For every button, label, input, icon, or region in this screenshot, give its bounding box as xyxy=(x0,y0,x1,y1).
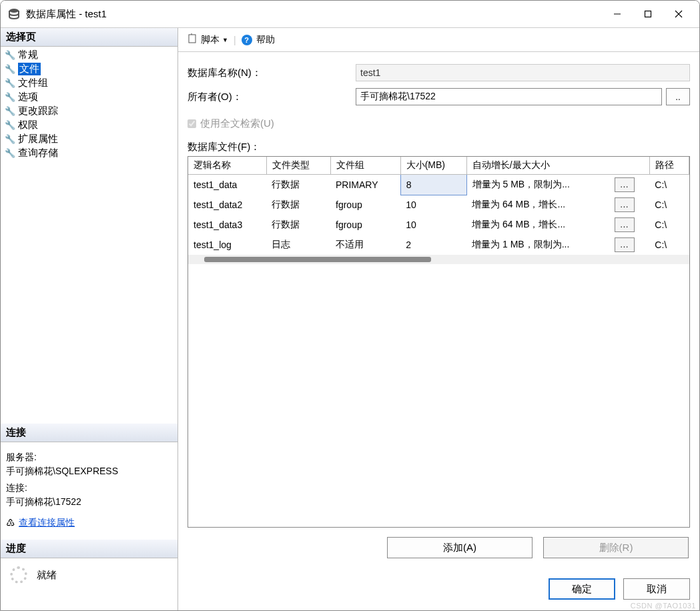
cell-size[interactable]: 2 xyxy=(400,235,466,255)
dialog-footer: 确定 取消 xyxy=(178,569,699,610)
col-size[interactable]: 大小(MB) xyxy=(400,157,466,175)
help-button[interactable]: ? 帮助 xyxy=(239,33,278,47)
cell-group[interactable]: fgroup xyxy=(330,195,400,215)
svg-point-0 xyxy=(9,9,19,13)
cancel-button[interactable]: 取消 xyxy=(623,578,690,600)
server-value: 手可摘棉花\SQLEXPRESS xyxy=(6,464,172,478)
owner-input[interactable] xyxy=(356,88,662,105)
cell-growth[interactable]: 增量为 64 MB，增长... xyxy=(466,195,609,215)
col-filegroup[interactable]: 文件组 xyxy=(330,157,400,175)
cell-size[interactable]: 10 xyxy=(400,195,466,215)
view-connection-properties-link[interactable]: 查看连接属性 xyxy=(19,516,75,530)
svg-rect-2 xyxy=(645,11,651,17)
wrench-icon: 🔧 xyxy=(5,50,15,60)
table-row[interactable]: test1_log日志不适用2增量为 1 MB，限制为......C:\ xyxy=(188,235,689,255)
fulltext-checkbox xyxy=(188,119,196,128)
cell-growth[interactable]: 增量为 1 MB，限制为... xyxy=(466,235,609,255)
cell-group[interactable]: 不适用 xyxy=(330,235,400,255)
progress-header: 进度 xyxy=(1,540,178,558)
owner-label: 所有者(O)： xyxy=(188,91,356,103)
nav-item[interactable]: 🔧更改跟踪 xyxy=(1,104,178,118)
cell-type[interactable]: 行数据 xyxy=(266,195,330,215)
connection-link-icon: ♳ xyxy=(6,516,15,531)
table-row[interactable]: test1_data行数据PRIMARY8增量为 5 MB，限制为......C… xyxy=(188,175,689,195)
progress-status: 就绪 xyxy=(37,569,57,582)
nav-item-label: 选项 xyxy=(18,91,38,103)
nav-item[interactable]: 🔧选项 xyxy=(1,90,178,104)
cell-group[interactable]: PRIMARY xyxy=(330,175,400,195)
wrench-icon: 🔧 xyxy=(5,134,15,144)
col-path[interactable]: 路径 xyxy=(649,157,689,175)
nav-item[interactable]: 🔧文件组 xyxy=(1,76,178,90)
toolbar: 脚本 ▼ | ? 帮助 xyxy=(178,28,699,52)
cell-type[interactable]: 日志 xyxy=(266,235,330,255)
cell-growth[interactable]: 增量为 64 MB，增长... xyxy=(466,215,609,235)
script-dropdown[interactable]: 脚本 ▼ xyxy=(185,32,231,47)
table-row[interactable]: test1_data2行数据fgroup10增量为 64 MB，增长......… xyxy=(188,195,689,215)
nav-item-label: 文件 xyxy=(18,63,41,75)
cell-btn[interactable]: ... xyxy=(609,195,649,215)
connection-value: 手可摘棉花\17522 xyxy=(6,495,172,509)
col-autogrowth[interactable]: 自动增长/最大大小 xyxy=(466,157,649,175)
horizontal-scrollbar[interactable] xyxy=(188,255,689,264)
add-button[interactable]: 添加(A) xyxy=(387,537,533,558)
col-file-type[interactable]: 文件类型 xyxy=(266,157,330,175)
nav-item[interactable]: 🔧常规 xyxy=(1,48,178,62)
cell-name[interactable]: test1_log xyxy=(188,235,266,255)
db-name-input xyxy=(356,64,690,81)
cell-name[interactable]: test1_data2 xyxy=(188,195,266,215)
autogrowth-edit-button[interactable]: ... xyxy=(615,237,635,252)
wrench-icon: 🔧 xyxy=(5,64,15,74)
cell-size[interactable]: 8 xyxy=(400,175,466,195)
cell-name[interactable]: test1_data xyxy=(188,175,266,195)
connection-header: 连接 xyxy=(1,424,178,442)
right-panel: 脚本 ▼ | ? 帮助 数据库名称(N)： 所有者(O)： .. 使用全文检索(… xyxy=(178,28,699,610)
table-row[interactable]: test1_data3行数据fgroup10增量为 64 MB，增长......… xyxy=(188,215,689,235)
cell-path[interactable]: C:\ xyxy=(649,235,689,255)
nav-item[interactable]: 🔧文件 xyxy=(1,62,178,76)
cell-path[interactable]: C:\ xyxy=(649,195,689,215)
cell-size[interactable]: 10 xyxy=(400,215,466,235)
cell-growth[interactable]: 增量为 5 MB，限制为... xyxy=(466,175,609,195)
autogrowth-edit-button[interactable]: ... xyxy=(615,197,635,212)
files-label: 数据库文件(F)： xyxy=(188,141,690,153)
nav-item-label: 更改跟踪 xyxy=(18,105,58,117)
cell-name[interactable]: test1_data3 xyxy=(188,215,266,235)
cell-type[interactable]: 行数据 xyxy=(266,215,330,235)
cell-btn[interactable]: ... xyxy=(609,215,649,235)
wrench-icon: 🔧 xyxy=(5,148,15,158)
left-panel: 选择页 🔧常规🔧文件🔧文件组🔧选项🔧更改跟踪🔧权限🔧扩展属性🔧查询存储 连接 服… xyxy=(1,28,178,610)
connection-body: 服务器: 手可摘棉花\SQLEXPRESS 连接: 手可摘棉花\17522 ♳ … xyxy=(1,442,178,540)
autogrowth-edit-button[interactable]: ... xyxy=(615,177,635,192)
cell-type[interactable]: 行数据 xyxy=(266,175,330,195)
nav-item-label: 权限 xyxy=(18,119,38,131)
maximize-button[interactable] xyxy=(633,3,663,25)
cell-btn[interactable]: ... xyxy=(609,175,649,195)
nav-item[interactable]: 🔧扩展属性 xyxy=(1,132,178,146)
script-icon xyxy=(188,33,198,46)
cell-group[interactable]: fgroup xyxy=(330,215,400,235)
select-pages-header: 选择页 xyxy=(1,28,178,47)
nav-item-label: 常规 xyxy=(18,49,38,61)
col-logical-name[interactable]: 逻辑名称 xyxy=(188,157,266,175)
nav-item-label: 文件组 xyxy=(18,77,48,89)
ok-button[interactable]: 确定 xyxy=(549,578,615,600)
files-grid[interactable]: 逻辑名称 文件类型 文件组 大小(MB) 自动增长/最大大小 路径 test1_… xyxy=(188,156,690,528)
cell-path[interactable]: C:\ xyxy=(649,175,689,195)
db-name-label: 数据库名称(N)： xyxy=(188,67,356,79)
wrench-icon: 🔧 xyxy=(5,106,15,116)
nav-item[interactable]: 🔧查询存储 xyxy=(1,146,178,160)
minimize-button[interactable] xyxy=(602,3,633,25)
script-label: 脚本 xyxy=(201,34,220,46)
close-button[interactable] xyxy=(663,3,694,25)
nav-item[interactable]: 🔧权限 xyxy=(1,118,178,132)
owner-browse-button[interactable]: .. xyxy=(666,88,690,105)
connection-label: 连接: xyxy=(6,481,172,495)
autogrowth-edit-button[interactable]: ... xyxy=(615,217,635,232)
titlebar: 数据库属性 - test1 xyxy=(1,1,699,27)
help-label: 帮助 xyxy=(256,34,275,46)
cell-btn[interactable]: ... xyxy=(609,235,649,255)
help-icon: ? xyxy=(242,35,252,45)
chevron-down-icon: ▼ xyxy=(222,37,228,43)
cell-path[interactable]: C:\ xyxy=(649,215,689,235)
